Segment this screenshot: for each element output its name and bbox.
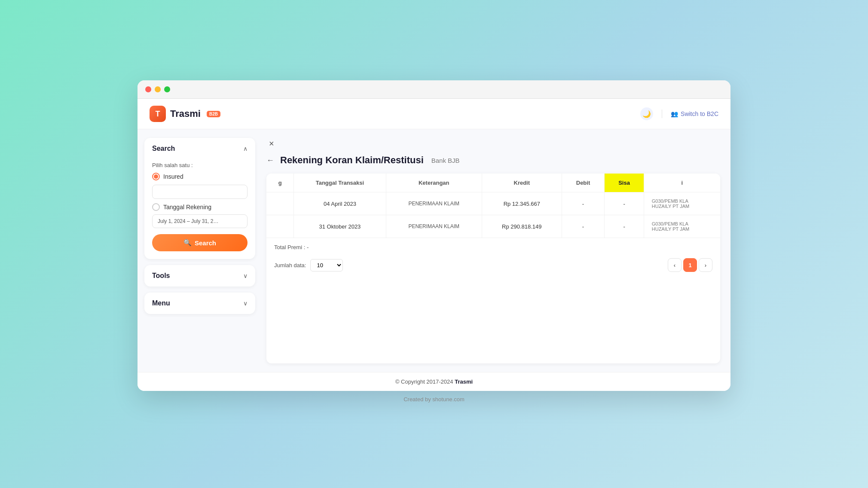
cell-sisa: - xyxy=(605,192,644,215)
switch-b2c-button[interactable]: 👥 Switch to B2C xyxy=(671,110,718,117)
table-wrapper: g Tanggal Transaksi Keterangan Kredit De… xyxy=(266,174,720,363)
search-card: Search ∧ Pilih salah satu : Insured xyxy=(144,138,255,259)
cell-sisa: - xyxy=(605,215,644,238)
tanggal-rekening-label: Tanggal Rekening xyxy=(163,204,211,210)
th-info: i xyxy=(644,174,720,192)
pagination-page-1[interactable]: 1 xyxy=(683,258,697,272)
cell-kredit: Rp 12.345.667 xyxy=(482,192,562,215)
search-chevron-icon: ∧ xyxy=(243,145,248,152)
th-no: g xyxy=(266,174,294,192)
insured-radio-circle[interactable] xyxy=(152,173,160,180)
main-body: Search ∧ Pilih salah satu : Insured xyxy=(138,129,730,372)
date-range-input[interactable] xyxy=(152,214,248,228)
pagination: ‹ 1 › xyxy=(668,258,712,272)
close-button[interactable]: × xyxy=(266,138,277,149)
content-area: × ← Rekening Koran Klaim/Restitusi Bank … xyxy=(262,129,730,372)
search-btn-icon: 🔍 xyxy=(183,239,192,247)
menu-card: Menu ∨ xyxy=(144,293,255,314)
cell-tanggal: 31 Oktober 2023 xyxy=(294,215,386,238)
search-card-title: Search xyxy=(152,145,175,152)
navbar-right: 🌙 👥 Switch to B2C xyxy=(640,107,718,120)
page-subtitle: Bank BJB xyxy=(431,157,460,164)
tanggal-radio-circle[interactable] xyxy=(152,203,160,211)
cell-debit: - xyxy=(562,215,605,238)
search-card-header[interactable]: Search ∧ xyxy=(144,138,255,159)
tools-chevron-icon: ∨ xyxy=(243,272,248,279)
logo-letter: T xyxy=(156,110,160,119)
insured-radio-option[interactable]: Insured xyxy=(152,173,248,180)
traffic-light-red[interactable] xyxy=(145,86,151,92)
jumlah-select[interactable]: 10 25 50 100 xyxy=(310,259,343,271)
menu-card-header[interactable]: Menu ∨ xyxy=(144,293,255,314)
search-button[interactable]: 🔍 Search xyxy=(152,234,248,251)
copyright-text: © Copyright 2017-2024 xyxy=(395,378,455,385)
brand-name: Trasmi xyxy=(170,108,201,119)
jumlah-row: Jumlah data: 10 25 50 100 ‹ 1 › xyxy=(266,253,720,280)
search-card-body: Pilih salah satu : Insured Tangg xyxy=(144,159,255,259)
pagination-next[interactable]: › xyxy=(699,258,712,272)
tools-card: Tools ∨ xyxy=(144,265,255,287)
insured-radio-dot xyxy=(154,174,158,179)
page-title: Rekening Koran Klaim/Restitusi xyxy=(280,155,424,166)
menu-chevron-icon: ∨ xyxy=(243,300,248,307)
sidebar: Search ∧ Pilih salah satu : Insured xyxy=(138,129,262,372)
navbar: T Trasmi B2B 🌙 👥 Switch to B2C xyxy=(138,99,730,129)
divider xyxy=(662,110,662,118)
jumlah-label: Jumlah data: xyxy=(274,262,306,268)
cell-debit: - xyxy=(562,192,605,215)
th-debit: Debit xyxy=(562,174,605,192)
cell-kredit: Rp 290.818.149 xyxy=(482,215,562,238)
table-row: 04 April 2023 PENERIMAAN KLAIM Rp 12.345… xyxy=(266,192,720,215)
page-header: ← Rekening Koran Klaim/Restitusi Bank BJ… xyxy=(266,155,720,166)
b2b-badge: B2B xyxy=(207,111,220,117)
th-tanggal: Tanggal Transaksi xyxy=(294,174,386,192)
created-by: Created by shotune.com xyxy=(398,391,470,408)
theme-toggle-icon[interactable]: 🌙 xyxy=(640,107,653,120)
switch-label: Switch to B2C xyxy=(681,110,718,117)
close-row: × xyxy=(266,138,720,149)
search-btn-label: Search xyxy=(195,239,216,247)
cell-keterangan: PENERIMAAN KLAIM xyxy=(386,192,482,215)
total-premi-label: Total Premi : - xyxy=(274,244,309,250)
insured-search-input[interactable] xyxy=(152,185,248,199)
app-footer: © Copyright 2017-2024 Trasmi xyxy=(138,372,730,391)
table-header-row: g Tanggal Transaksi Keterangan Kredit De… xyxy=(266,174,720,192)
tools-card-title: Tools xyxy=(152,272,170,280)
cell-tanggal: 04 April 2023 xyxy=(294,192,386,215)
footer-brand: Trasmi xyxy=(455,378,473,385)
cell-no xyxy=(266,192,294,215)
table-footer: Total Premi : - xyxy=(266,238,720,253)
th-kredit: Kredit xyxy=(482,174,562,192)
cell-keterangan: PENERIMAAN KLAIM xyxy=(386,215,482,238)
tanggal-rekening-row[interactable]: Tanggal Rekening xyxy=(152,203,248,211)
th-sisa: Sisa xyxy=(605,174,644,192)
switch-icon: 👥 xyxy=(671,110,678,117)
tools-card-header[interactable]: Tools ∨ xyxy=(144,265,255,287)
traffic-light-green[interactable] xyxy=(164,86,170,92)
table-row: 31 Oktober 2023 PENERIMAAN KLAIM Rp 290.… xyxy=(266,215,720,238)
cell-no xyxy=(266,215,294,238)
browser-titlebar xyxy=(138,80,730,99)
traffic-light-yellow[interactable] xyxy=(155,86,161,92)
th-keterangan: Keterangan xyxy=(386,174,482,192)
back-button[interactable]: ← xyxy=(266,156,274,165)
insured-radio-label: Insured xyxy=(163,173,183,180)
pagination-prev[interactable]: ‹ xyxy=(668,258,682,272)
total-premi-value: - xyxy=(307,244,309,250)
data-table: g Tanggal Transaksi Keterangan Kredit De… xyxy=(266,174,720,238)
cell-info: G030/PEMB KLAHUZAILY PT JAM xyxy=(644,192,720,215)
cell-info: G030/PEMB KLAHUZAILY PT JAM xyxy=(644,215,720,238)
radio-group-label: Pilih salah satu : xyxy=(152,162,248,168)
navbar-left: T Trasmi B2B xyxy=(150,106,220,122)
menu-card-title: Menu xyxy=(152,299,170,307)
logo-icon: T xyxy=(150,106,166,122)
